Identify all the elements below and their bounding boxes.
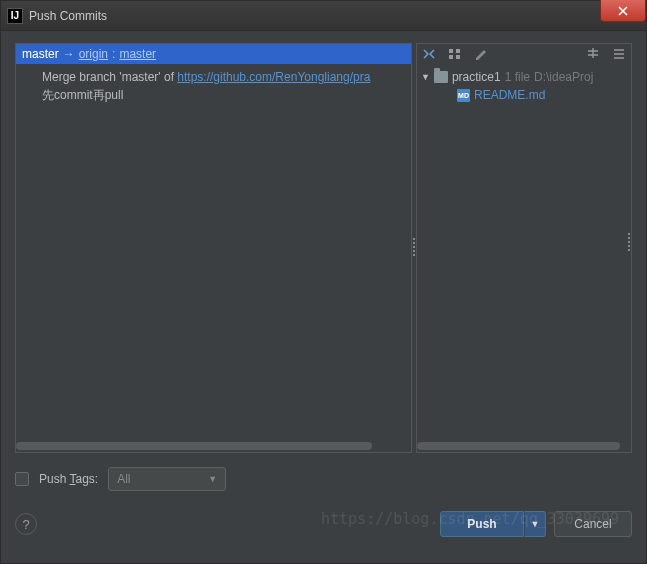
splitter-handle-icon [628,233,630,251]
folder-name: practice1 [452,70,501,84]
tree-root-row[interactable]: ▼ practice1 1 file D:\ideaProj [421,68,627,86]
tree-file-row[interactable]: MD README.md [421,86,627,104]
remote-name[interactable]: origin [79,47,108,61]
colon: : [112,47,115,61]
titlebar: IJ Push Commits [1,1,646,31]
svg-rect-3 [456,55,460,59]
push-tags-label: Push Tags: [39,472,98,486]
close-button[interactable] [600,0,646,22]
files-toolbar [417,44,631,64]
toolbar-left-group [421,46,489,62]
select-value: All [117,472,130,486]
content: master → origin : master Merge branch 'm… [1,31,646,563]
chevron-down-icon[interactable]: ▼ [421,72,430,82]
push-commits-dialog: IJ Push Commits master → origin : master… [0,0,647,564]
svg-rect-0 [449,49,453,53]
cancel-button[interactable]: Cancel [554,511,632,537]
options-row: Push Tags: All ▼ [15,467,632,491]
horizontal-scrollbar[interactable] [417,440,631,452]
commit-item[interactable]: Merge branch 'master' of https://github.… [42,68,411,86]
push-button[interactable]: Push [440,511,524,537]
horizontal-scrollbar[interactable] [16,440,411,452]
close-icon [618,6,628,16]
file-tree[interactable]: ▼ practice1 1 file D:\ideaProj MD README… [417,64,631,440]
commit-text: 先commit再pull [42,88,123,102]
footer: ? Push ▼ Cancel [15,511,632,537]
group-by-icon[interactable] [447,46,463,62]
edit-icon[interactable] [473,46,489,62]
commit-text: Merge branch 'master' of [42,70,177,84]
branch-selector-row[interactable]: master → origin : master [16,44,411,64]
diff-icon[interactable] [421,46,437,62]
collapse-all-icon[interactable] [611,46,627,62]
markdown-file-icon: MD [457,89,470,102]
chevron-down-icon: ▼ [208,474,217,484]
svg-rect-1 [456,49,460,53]
split-panes: master → origin : master Merge branch 'm… [15,43,632,453]
window-title: Push Commits [29,9,107,23]
push-tags-select[interactable]: All ▼ [108,467,226,491]
file-count: 1 file [505,70,530,84]
folder-icon [434,71,448,83]
commit-item[interactable]: 先commit再pull [42,86,411,104]
expand-all-icon[interactable] [585,46,601,62]
app-icon: IJ [7,8,23,24]
local-branch: master [22,47,59,61]
button-group: Push ▼ Cancel [440,511,632,537]
toolbar-right-group [585,46,627,62]
scrollbar-thumb[interactable] [16,442,372,450]
scrollbar-thumb[interactable] [417,442,620,450]
files-pane: ▼ practice1 1 file D:\ideaProj MD README… [417,43,632,453]
folder-path: D:\ideaProj [534,70,593,84]
splitter-handle-icon [413,238,415,258]
push-dropdown-button[interactable]: ▼ [524,511,546,537]
file-name: README.md [474,88,545,102]
svg-rect-2 [449,55,453,59]
arrow-icon: → [63,47,75,61]
commits-pane: master → origin : master Merge branch 'm… [15,43,411,453]
push-tags-checkbox[interactable] [15,472,29,486]
help-button[interactable]: ? [15,513,37,535]
commit-url[interactable]: https://github.com/RenYongliang/pra [177,70,370,84]
commit-list[interactable]: Merge branch 'master' of https://github.… [16,64,411,440]
target-branch[interactable]: master [119,47,156,61]
